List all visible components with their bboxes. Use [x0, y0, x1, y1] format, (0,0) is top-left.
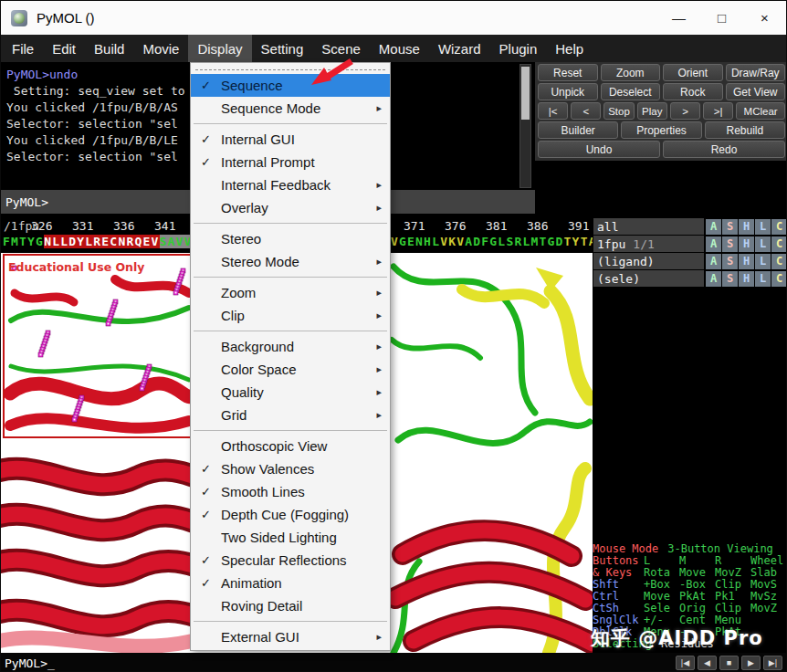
menu-item-two-sided-lighting[interactable]: Two Sided Lighting — [191, 526, 390, 549]
l-menu-button[interactable]: L — [755, 254, 771, 269]
sequence-segment[interactable]: FMTYG — [3, 235, 44, 248]
orient-button[interactable]: Orient — [663, 64, 723, 81]
menu-tearoff[interactable] — [195, 69, 385, 70]
c-menu-button[interactable]: C — [771, 271, 787, 287]
menu-help[interactable]: Help — [546, 35, 593, 62]
h-menu-button[interactable]: H — [739, 236, 754, 252]
rebuild-button[interactable]: Rebuild — [705, 121, 785, 139]
menu-mouse[interactable]: Mouse — [370, 35, 429, 62]
a-menu-button[interactable]: A — [706, 271, 721, 287]
sequence-segment[interactable]: V — [391, 235, 399, 248]
menu-wizard[interactable]: Wizard — [429, 35, 490, 62]
sequence-segment[interactable]: LMTGD — [522, 235, 563, 248]
c-menu-button[interactable]: C — [771, 254, 787, 269]
undo-button[interactable]: Undo — [538, 141, 660, 158]
properties-button[interactable]: Properties — [621, 121, 701, 139]
menu-item-grid[interactable]: Grid▸ — [191, 404, 390, 426]
s-menu-button[interactable]: S — [722, 219, 738, 235]
menu-item-show-valences[interactable]: ✓Show Valences — [191, 457, 390, 480]
minimize-button[interactable]: — — [657, 1, 700, 35]
menu-item-internal-prompt[interactable]: ✓Internal Prompt — [191, 151, 390, 173]
vcr-last-button[interactable]: ▶| — [763, 656, 782, 670]
menu-item-clip[interactable]: Clip▸ — [191, 304, 390, 327]
l-menu-button[interactable]: L — [755, 271, 771, 287]
sequence-segment[interactable]: NLLDYLREC — [44, 235, 118, 248]
sequence-segment[interactable]: NRQEV — [118, 235, 159, 248]
get-view-button[interactable]: Get View — [726, 83, 786, 100]
menu-item-quality[interactable]: Quality▸ — [191, 381, 390, 404]
menu-plugin[interactable]: Plugin — [490, 35, 547, 62]
l-menu-button[interactable]: L — [755, 219, 771, 235]
menu-file[interactable]: File — [3, 35, 43, 62]
sequence-segment[interactable]: VKV — [440, 235, 465, 248]
menu-item-external-gui[interactable]: External GUI▸ — [191, 625, 390, 648]
object-name[interactable]: (sele) — [593, 270, 704, 287]
menu-item-color-space[interactable]: Color Space▸ — [191, 358, 390, 381]
vcr-stop-button[interactable]: ■ — [719, 656, 739, 670]
unpick-button[interactable]: Unpick — [538, 83, 598, 100]
s-menu-button[interactable]: S — [722, 236, 738, 252]
vcr-prev-button[interactable]: ◀ — [698, 656, 717, 670]
r2b4-button[interactable]: > — [670, 102, 700, 120]
r2b0-button[interactable]: |< — [538, 102, 568, 120]
s-menu-button[interactable]: S — [722, 254, 738, 269]
play-button[interactable]: Play — [637, 102, 667, 120]
vcr-next-button[interactable]: ▶ — [741, 656, 761, 670]
scrollbar-thumb[interactable] — [521, 67, 530, 120]
maximize-button[interactable]: □ — [700, 1, 743, 35]
menu-item-orthoscopic-view[interactable]: Orthoscopic View — [191, 435, 390, 457]
h-menu-button[interactable]: H — [739, 254, 754, 269]
menu-item-stereo[interactable]: Stereo — [191, 227, 390, 250]
s-menu-button[interactable]: S — [722, 271, 738, 287]
menu-item-background[interactable]: Background▸ — [191, 335, 390, 358]
menu-edit[interactable]: Edit — [43, 35, 85, 62]
menu-build[interactable]: Build — [85, 35, 133, 62]
menu-item-depth-cue-fogging[interactable]: ✓Depth Cue (Fogging) — [191, 503, 390, 526]
c-menu-button[interactable]: C — [771, 236, 787, 252]
menu-item-sequence-mode[interactable]: Sequence Mode▸ — [191, 97, 390, 120]
r2b5-button[interactable]: >| — [703, 102, 733, 120]
object-name[interactable]: (ligand) — [593, 253, 704, 269]
console-scrollbar[interactable] — [519, 64, 531, 188]
mclear-button[interactable]: MClear — [736, 102, 785, 120]
c-menu-button[interactable]: C — [771, 219, 787, 235]
menu-scene[interactable]: Scene — [312, 35, 370, 62]
sequence-segment[interactable]: GENHL — [399, 235, 440, 248]
a-menu-button[interactable]: A — [706, 254, 721, 269]
r2b1-button[interactable]: < — [571, 102, 601, 120]
sequence-segment[interactable]: SAVV — [160, 235, 193, 248]
vcr-first-button[interactable]: |◀ — [676, 656, 695, 670]
a-menu-button[interactable]: A — [706, 236, 721, 252]
menu-item-internal-gui[interactable]: ✓Internal GUI — [191, 128, 390, 151]
rock-button[interactable]: Rock — [663, 83, 723, 100]
menu-item-stereo-mode[interactable]: Stereo Mode▸ — [191, 250, 390, 273]
menu-display[interactable]: Display — [188, 35, 251, 62]
draw-ray-button[interactable]: Draw/Ray — [726, 64, 786, 81]
menu-item-zoom[interactable]: Zoom▸ — [191, 281, 390, 304]
sequence-segment[interactable]: ADFGLSR — [465, 235, 522, 248]
menu-setting[interactable]: Setting — [252, 35, 313, 62]
zoom-button[interactable]: Zoom — [601, 64, 661, 81]
reset-button[interactable]: Reset — [538, 64, 598, 81]
object-name[interactable]: all — [593, 218, 704, 235]
h-menu-button[interactable]: H — [739, 271, 754, 287]
close-button[interactable]: × — [743, 1, 786, 35]
stop-button[interactable]: Stop — [603, 102, 634, 120]
object-name[interactable]: 1fpu1/1 — [593, 236, 704, 252]
menu-item-internal-feedback[interactable]: Internal Feedback▸ — [191, 173, 390, 196]
menu-item-animation[interactable]: ✓Animation — [191, 572, 390, 594]
redo-button[interactable]: Redo — [663, 141, 785, 158]
menu-item-specular-reflections[interactable]: ✓Specular Reflections — [191, 549, 390, 572]
menu-item-sequence[interactable]: ✓Sequence — [191, 74, 390, 97]
deselect-button[interactable]: Deselect — [601, 83, 661, 100]
sequence-segment[interactable]: TYTA — [564, 235, 593, 248]
menu-item-overlay[interactable]: Overlay▸ — [191, 196, 390, 219]
bottom-command-prompt[interactable]: PyMOL>_ — [5, 656, 55, 670]
menu-movie[interactable]: Movie — [133, 35, 188, 62]
a-menu-button[interactable]: A — [706, 219, 721, 235]
menu-item-roving-detail[interactable]: Roving Detail — [191, 594, 390, 617]
l-menu-button[interactable]: L — [755, 236, 771, 252]
menu-item-smooth-lines[interactable]: ✓Smooth Lines — [191, 480, 390, 503]
h-menu-button[interactable]: H — [739, 219, 754, 235]
builder-button[interactable]: Builder — [538, 121, 618, 139]
